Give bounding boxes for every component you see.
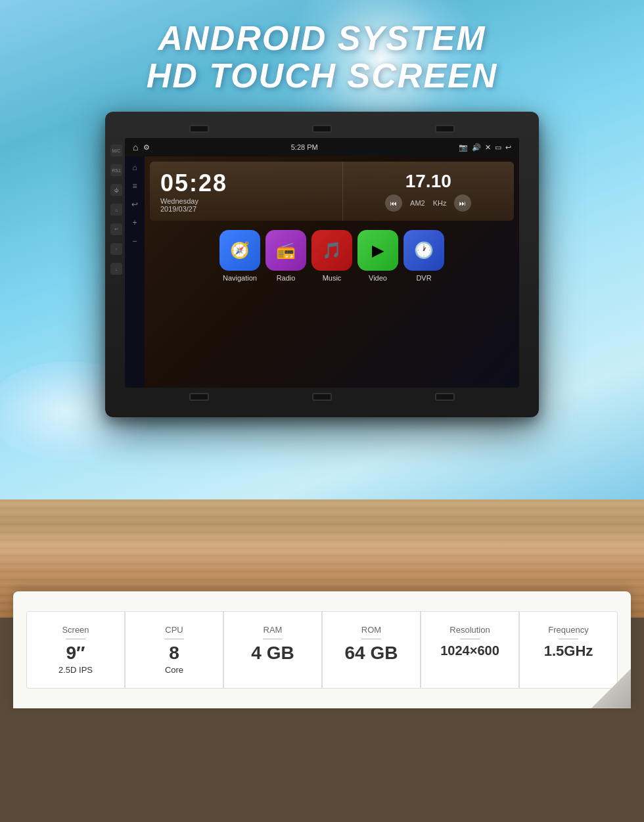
car-stereo-device: M/C RS1 ⏻ ⌂ ↩ ↑ ↓ ⌂ ⚙ 5:28 PM 📷 🔊 ✕	[105, 112, 539, 417]
headline-line1: ANDROID SYSTEM	[0, 20, 644, 57]
music-app-bg: 🎵	[311, 230, 352, 271]
mounting-notch-left	[189, 125, 209, 133]
screen-sidebar: ⌂ ≡ ↩ + −	[125, 156, 145, 388]
spec-cpu-divider	[164, 639, 184, 639]
spec-ram-label: RAM	[231, 625, 315, 635]
reset-button[interactable]: RS1	[110, 164, 122, 176]
device-screen: ⌂ ⚙ 5:28 PM 📷 🔊 ✕ ▭ ↩ ⌂ ≡ ↩	[125, 138, 519, 388]
spec-cpu: CPU 8 Core	[125, 611, 223, 689]
clock-radio-widget: 05:28 Wednesday 2019/03/27 17.10 ⏮ AM2 K…	[150, 162, 514, 221]
spec-screen-label: Screen	[34, 625, 118, 635]
mounting-notch-right	[435, 125, 455, 133]
power-button[interactable]: ⏻	[110, 184, 122, 196]
spec-cpu-label: CPU	[132, 625, 216, 635]
specs-section: Screen 9″ 2.5D IPS CPU 8 Core RAM 4 GB R…	[13, 591, 631, 708]
nav-app-label: Navigation	[223, 274, 257, 282]
clock-time: 05:28	[160, 170, 332, 197]
spec-rom-label: ROM	[329, 625, 413, 635]
volume-icon[interactable]: 🔊	[472, 143, 481, 152]
spec-frequency-value: 1.5GHz	[526, 643, 610, 659]
home-side-button[interactable]: ⌂	[110, 204, 122, 216]
spec-ram-value: 4 GB	[231, 643, 315, 664]
left-side-controls[interactable]: M/C RS1 ⏻ ⌂ ↩ ↑ ↓	[110, 145, 122, 275]
vol-down-button[interactable]: ↓	[110, 263, 122, 275]
dvr-app-icon[interactable]: 🕐 DVR	[403, 230, 444, 282]
status-left: ⌂ ⚙	[133, 142, 150, 152]
spec-cpu-value: 8	[132, 643, 216, 664]
music-app-label: Music	[323, 274, 342, 282]
screen-content: ⌂ ≡ ↩ + − 05:28 Wednesday 2019/03/27	[125, 156, 519, 388]
video-app-bg: ▶	[357, 230, 398, 271]
status-right: 📷 🔊 ✕ ▭ ↩	[459, 143, 511, 152]
screen-main-area: 05:28 Wednesday 2019/03/27 17.10 ⏮ AM2 K…	[145, 156, 519, 388]
headline-section: ANDROID SYSTEM HD TOUCH SCREEN	[0, 20, 644, 95]
vol-up-button[interactable]: ↑	[110, 243, 122, 255]
clock-date: 2019/03/27	[160, 205, 332, 213]
radio-app-bg: 📻	[265, 230, 306, 271]
back-side-button[interactable]: ↩	[110, 223, 122, 235]
mounting-notch-bottom-right	[435, 393, 455, 401]
close-icon[interactable]: ✕	[485, 143, 491, 152]
sidebar-vol-down-icon[interactable]: −	[132, 237, 137, 246]
spec-rom: ROM 64 GB	[322, 611, 421, 689]
mounting-notch-bottom-left	[189, 393, 209, 401]
mic-button[interactable]: M/C	[110, 145, 122, 156]
window-icon[interactable]: ▭	[495, 143, 501, 152]
sidebar-vol-up-icon[interactable]: +	[132, 218, 137, 227]
spec-rom-divider	[361, 639, 381, 639]
radio-section: 17.10 ⏮ AM2 KHz ⏭	[343, 162, 515, 221]
radio-frequency: 17.10	[405, 171, 451, 192]
home-icon[interactable]: ⌂	[133, 142, 138, 152]
radio-next-button[interactable]: ⏭	[454, 194, 471, 212]
spec-ram: RAM 4 GB	[223, 611, 322, 689]
spec-resolution-value: 1024×600	[428, 643, 512, 658]
spec-cpu-sub: Core	[132, 665, 216, 675]
radio-unit: KHz	[433, 199, 447, 207]
settings-icon[interactable]: ⚙	[143, 143, 150, 152]
nav-app-bg: 🧭	[219, 230, 260, 271]
specs-grid: Screen 9″ 2.5D IPS CPU 8 Core RAM 4 GB R…	[26, 611, 618, 689]
device-bezel: M/C RS1 ⏻ ⌂ ↩ ↑ ↓ ⌂ ⚙ 5:28 PM 📷 🔊 ✕	[105, 112, 539, 417]
camera-icon: 📷	[459, 143, 468, 152]
video-app-icon[interactable]: ▶ Video	[357, 230, 398, 282]
apps-grid: 🧭 Navigation 📻 Radio 🎵 Music ▶	[150, 227, 514, 285]
spec-screen-value: 9″	[34, 643, 118, 664]
sidebar-settings-icon[interactable]: ≡	[132, 181, 137, 191]
video-app-label: Video	[369, 274, 387, 282]
dvr-app-bg: 🕐	[403, 230, 444, 271]
spec-resolution-divider	[460, 639, 480, 639]
back-icon[interactable]: ↩	[505, 143, 511, 152]
radio-app-icon[interactable]: 📻 Radio	[265, 230, 306, 282]
spec-rom-value: 64 GB	[329, 643, 413, 664]
bezel-top-brackets	[125, 125, 519, 133]
spec-screen-divider	[66, 639, 85, 639]
dvr-app-label: DVR	[416, 274, 431, 282]
sidebar-home-icon[interactable]: ⌂	[132, 163, 137, 172]
spec-screen-sub: 2.5D IPS	[34, 665, 118, 675]
nav-app-icon[interactable]: 🧭 Navigation	[219, 230, 260, 282]
spec-resolution: Resolution 1024×600	[421, 611, 519, 689]
spec-resolution-label: Resolution	[428, 625, 512, 635]
status-time: 5:28 PM	[291, 143, 318, 151]
radio-controls: ⏮ AM2 KHz ⏭	[385, 194, 471, 212]
spec-screen: Screen 9″ 2.5D IPS	[26, 611, 125, 689]
radio-prev-button[interactable]: ⏮	[385, 194, 402, 212]
bezel-bottom-brackets	[125, 393, 519, 401]
spec-frequency-label: Frequency	[526, 625, 610, 635]
radio-app-label: Radio	[277, 274, 296, 282]
radio-band: AM2	[410, 199, 425, 207]
status-bar: ⌂ ⚙ 5:28 PM 📷 🔊 ✕ ▭ ↩	[125, 138, 519, 156]
clock-section: 05:28 Wednesday 2019/03/27	[150, 162, 343, 221]
spec-frequency: Frequency 1.5GHz	[519, 611, 618, 689]
music-app-icon[interactable]: 🎵 Music	[311, 230, 352, 282]
spec-frequency-divider	[559, 639, 578, 639]
sidebar-back-icon[interactable]: ↩	[131, 200, 138, 209]
headline-line2: HD TOUCH SCREEN	[0, 57, 644, 95]
mounting-notch-bottom-center	[312, 393, 332, 401]
spec-ram-divider	[263, 639, 283, 639]
mounting-notch-center	[312, 125, 332, 133]
clock-day: Wednesday	[160, 197, 332, 205]
